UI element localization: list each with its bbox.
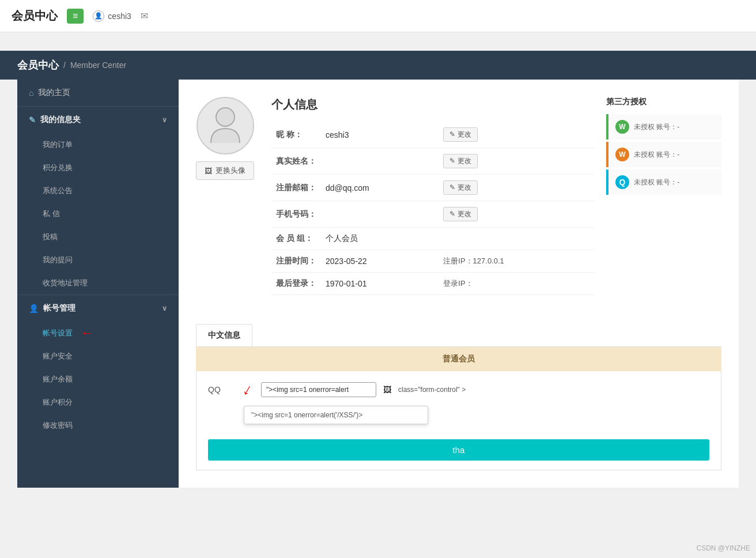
form-area: QQ ↓ 🖼 class="form-control" > "><img src… [196,371,721,470]
weibo-icon: W [615,148,629,161]
sidebar-item-change-password[interactable]: 修改密码 [17,414,179,437]
arrow-annotation: ← [81,326,93,341]
sidebar-section-folder[interactable]: ✎ 我的信息夹 ∨ [17,106,179,133]
nickname-value: ceshi3 [321,122,439,148]
autocomplete-suggestion: "><img src=1 onerror=alert('/XSS/')> [251,411,362,419]
auth-item-wechat[interactable]: W 未授权 账号：- [606,114,721,140]
sidebar-section-account[interactable]: 👤 帐号管理 ∨ [17,295,179,322]
qq-icon: Q [615,175,629,189]
header-gap [0,32,756,42]
page-banner: 会员中心 / Member Center [0,51,756,80]
hamburger-icon: ≡ [73,12,78,21]
realname-value [321,148,439,175]
tab-chinese-info[interactable]: 中文信息 [196,324,252,346]
sidebar-item-account-credits[interactable]: 账户积分 [17,391,179,414]
sidebar-folder-label: 我的信息夹 [40,115,81,125]
menu-button[interactable]: ≡ [67,9,84,24]
banner-separator: / [63,61,66,70]
table-row: 昵 称： ceshi3 ✎ 更改 [271,122,595,148]
wechat-label: 未授权 账号：- [634,123,679,131]
form-section: QQ ↓ 🖼 class="form-control" > "><img src… [196,371,721,470]
red-arrow-annotation: ↓ [240,380,256,400]
sidebar-item-submit[interactable]: 投稿 [17,225,179,248]
edit-nickname-button[interactable]: ✎ 更改 [443,127,477,142]
content-area: 🖼 更换头像 个人信息 昵 称： ceshi3 ✎ 更改 真实 [179,80,739,488]
sidebar-item-questions[interactable]: 我的提问 [17,248,179,272]
account-arrow-icon: ∨ [162,304,167,312]
edit-phone-button[interactable]: ✎ 更改 [443,207,477,221]
account-icon: 👤 [29,304,39,313]
lastlogin-value: 1970-01-01 [321,273,439,295]
table-row: 会 员 组： 个人会员 [271,228,595,250]
user-avatar-small: 👤 [93,10,104,22]
nickname-label: 昵 称： [271,122,321,148]
qq-input[interactable] [261,382,376,397]
wechat-status: 未授权 账号：- [634,122,679,132]
wechat-icon: W [615,120,629,134]
qq-label: QQ [208,385,237,394]
sidebar-item-home[interactable]: ⌂ 我的主页 [17,80,179,106]
sidebar-item-account-security[interactable]: 账户安全 [17,345,179,368]
qq-status: 未授权 账号：- [634,178,679,187]
weibo-label: 未授权 账号：- [634,150,679,159]
email-label: 注册邮箱： [271,175,321,201]
table-row: 最后登录： 1970-01-01 登录IP： [271,273,595,295]
profile-fields: 昵 称： ceshi3 ✎ 更改 真实姓名： ✎ 更改 注册邮箱： dd@qq.… [271,122,595,295]
phone-label: 手机号码： [271,201,321,228]
sidebar-item-account-balance[interactable]: 账户余额 [17,368,179,391]
nav-title: 会员中心 [12,8,58,24]
table-row: 手机号码： ✎ 更改 [271,201,595,228]
folder-icon: ✎ [29,115,36,125]
sidebar-item-account-settings[interactable]: 帐号设置 ← [17,322,179,345]
tabs-section: 中文信息 普通会员 QQ ↓ 🖼 class="form-control" > [196,324,721,470]
sidebar-account-label: 帐号管理 [43,303,75,314]
qq-form-row: QQ ↓ 🖼 class="form-control" > [208,380,709,399]
banner-subtitle: Member Center [70,61,126,70]
change-avatar-button[interactable]: 🖼 更换头像 [196,161,254,180]
phone-value [321,201,439,228]
email-value: dd@qq.com [321,175,439,201]
sidebar-item-announcements[interactable]: 系统公告 [17,179,179,202]
realname-label: 真实姓名： [271,148,321,175]
autocomplete-dropdown[interactable]: "><img src=1 onerror=alert('/XSS/')> [244,406,428,424]
file-input-hint: class="form-control" > [398,386,466,394]
regip-value: 注册IP：127.0.0.1 [439,250,595,273]
auth-item-weibo[interactable]: W 未授权 账号：- [606,142,721,167]
lastlogin-label: 最后登录： [271,273,321,295]
submit-button[interactable]: tha [208,439,709,461]
main-container: ⌂ 我的主页 ✎ 我的信息夹 ∨ 我的订单 积分兑换 系统公告 私 信 投稿 我… [17,80,739,488]
qq-label: 未授权 账号：- [634,178,679,186]
sidebar-item-points[interactable]: 积分兑换 [17,156,179,179]
membergroup-value: 个人会员 [321,228,439,250]
sidebar: ⌂ 我的主页 ✎ 我的信息夹 ∨ 我的订单 积分兑换 系统公告 私 信 投稿 我… [17,80,179,488]
edit-realname-button[interactable]: ✎ 更改 [443,154,477,168]
profile-main-section: 🖼 更换头像 个人信息 昵 称： ceshi3 ✎ 更改 真实 [196,97,721,312]
profile-section: 🖼 更换头像 个人信息 昵 称： ceshi3 ✎ 更改 真实 [196,97,595,295]
tab-bar: 中文信息 [196,324,721,347]
avatar [196,97,254,154]
username-label: ceshi3 [108,12,131,21]
table-row: 真实姓名： ✎ 更改 [271,148,595,175]
sidebar-item-address[interactable]: 收货地址管理 [17,272,179,295]
loginip-value: 登录IP： [439,273,595,295]
regtime-label: 注册时间： [271,250,321,273]
sidebar-home-label: 我的主页 [38,88,70,98]
third-party-title: 第三方授权 [606,97,721,107]
auth-item-qq[interactable]: Q 未授权 账号：- [606,169,721,195]
avatar-svg [208,105,243,146]
sidebar-item-orders[interactable]: 我的订单 [17,133,179,156]
edit-email-button[interactable]: ✎ 更改 [443,180,477,195]
membergroup-label: 会 员 组： [271,228,321,250]
table-row: 注册时间： 2023-05-22 注册IP：127.0.0.1 [271,250,595,273]
mail-icon[interactable]: ✉ [141,10,148,21]
info-table: 个人信息 昵 称： ceshi3 ✎ 更改 真实姓名： ✎ 更改 [271,97,595,295]
camera-icon: 🖼 [205,167,212,175]
home-icon: ⌂ [29,88,33,97]
profile-title: 个人信息 [271,97,595,112]
user-profile[interactable]: 👤 ceshi3 [93,10,131,22]
change-avatar-label: 更换头像 [216,165,245,176]
sidebar-item-messages[interactable]: 私 信 [17,202,179,225]
weibo-status: 未授权 账号：- [634,150,679,160]
regtime-value: 2023-05-22 [321,250,439,273]
avatar-wrapper: 🖼 更换头像 [196,97,254,180]
